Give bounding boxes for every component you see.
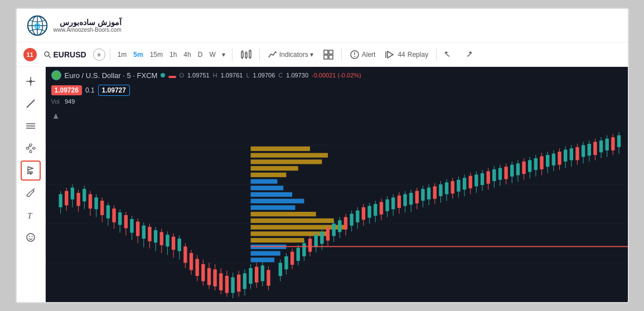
- svg-rect-63: [76, 193, 80, 206]
- svg-rect-181: [379, 202, 382, 214]
- svg-rect-261: [617, 135, 620, 147]
- low-label: L: [246, 72, 249, 79]
- svg-rect-141: [254, 267, 258, 283]
- replay-count: 44: [398, 51, 405, 59]
- tf-15m[interactable]: 15m: [147, 50, 166, 60]
- svg-rect-165: [332, 223, 335, 236]
- svg-rect-105: [201, 264, 205, 281]
- logo-url: www.Amoozesh-Boors.com: [54, 27, 122, 33]
- indicators-arrow-icon: ▾: [310, 51, 313, 59]
- svg-rect-237: [545, 155, 549, 167]
- svg-rect-159: [314, 235, 317, 247]
- divider-3: [259, 48, 260, 61]
- redo-icon: [463, 50, 473, 60]
- svg-rect-117: [237, 275, 240, 292]
- tools-panel: T: [17, 67, 46, 302]
- svg-rect-97: [177, 239, 181, 251]
- svg-rect-136: [250, 251, 280, 255]
- price-bid: 1.09726: [51, 85, 82, 95]
- svg-rect-203: [444, 182, 448, 194]
- undo-button[interactable]: [441, 48, 457, 61]
- svg-rect-11: [245, 53, 247, 57]
- svg-rect-61: [70, 188, 74, 200]
- symbol-search[interactable]: EURUSD: [40, 49, 90, 60]
- svg-rect-225: [510, 165, 514, 177]
- chart-line-icon: [268, 50, 278, 60]
- horizontal-lines-tool[interactable]: [21, 116, 41, 136]
- svg-rect-14: [249, 51, 251, 57]
- svg-rect-132: [250, 225, 345, 230]
- svg-rect-157: [308, 239, 311, 251]
- network-tool[interactable]: [21, 138, 41, 158]
- timeframe-group: 1m 5m 15m 1h 4h D W ▾: [115, 50, 227, 60]
- svg-rect-213: [474, 174, 478, 186]
- flag-pin-tool[interactable]: [21, 161, 41, 181]
- svg-rect-229: [522, 162, 525, 174]
- svg-rect-19: [324, 55, 328, 59]
- tf-d[interactable]: D: [195, 50, 206, 60]
- high-val: 1.09761: [221, 72, 243, 79]
- notification-badge[interactable]: 11: [23, 48, 37, 61]
- app-window: 🌐 آموزش ساده‌بورس www.Amoozesh-Boors.com…: [16, 8, 629, 303]
- tf-1m[interactable]: 1m: [115, 50, 130, 60]
- svg-rect-219: [492, 169, 496, 181]
- svg-rect-134: [250, 238, 304, 242]
- svg-rect-217: [486, 171, 490, 183]
- line-tool[interactable]: [21, 94, 41, 114]
- svg-text:🌐: 🌐: [34, 22, 41, 29]
- layout-button[interactable]: [320, 47, 337, 62]
- svg-rect-211: [468, 176, 472, 188]
- redo-button[interactable]: [460, 48, 476, 61]
- chart-area: Euro / U.S. Dollar · 5 · FXCM ▬ O 1.0975…: [46, 67, 628, 302]
- alert-button[interactable]: Alert: [346, 48, 379, 61]
- svg-rect-99: [183, 246, 187, 263]
- tf-1h[interactable]: 1h: [167, 50, 180, 60]
- emoji-tool[interactable]: [21, 227, 41, 247]
- svg-point-35: [33, 147, 35, 149]
- volume-row: Vol 949: [46, 97, 628, 106]
- svg-rect-167: [338, 220, 341, 232]
- svg-rect-8: [241, 52, 243, 57]
- svg-rect-75: [112, 208, 115, 222]
- svg-rect-128: [250, 199, 304, 203]
- price-ask: 1.09727: [98, 85, 130, 96]
- alert-label: Alert: [362, 51, 376, 59]
- brush-icon: [25, 187, 36, 198]
- indicators-button[interactable]: Indicators ▾: [264, 48, 317, 61]
- svg-rect-185: [391, 197, 395, 209]
- divider-5: [436, 48, 437, 61]
- high-label: H: [213, 72, 217, 79]
- svg-rect-79: [124, 215, 127, 228]
- vol-value: 949: [65, 98, 75, 105]
- tf-dropdown[interactable]: ▾: [220, 50, 227, 60]
- svg-rect-93: [166, 235, 169, 246]
- chart-type-button[interactable]: [237, 47, 255, 62]
- tf-w[interactable]: W: [206, 50, 218, 60]
- svg-rect-223: [504, 167, 507, 179]
- svg-rect-137: [250, 257, 274, 262]
- crosshair-tool[interactable]: [21, 71, 41, 91]
- text-tool[interactable]: T: [21, 205, 41, 225]
- svg-rect-121: [250, 153, 327, 157]
- svg-rect-207: [457, 180, 460, 192]
- svg-line-41: [28, 146, 30, 148]
- svg-rect-130: [250, 212, 316, 216]
- svg-rect-123: [250, 166, 298, 171]
- add-symbol-button[interactable]: +: [93, 48, 105, 61]
- svg-rect-195: [421, 189, 424, 201]
- red-bar-icon: ▬: [168, 71, 176, 80]
- symbol-name: EURUSD: [54, 50, 86, 59]
- brush-tool[interactable]: [21, 183, 41, 203]
- svg-rect-179: [374, 204, 377, 216]
- logo-globe-icon: 🌐: [26, 14, 49, 37]
- tf-5m[interactable]: 5m: [130, 50, 146, 60]
- line-icon: [25, 98, 36, 109]
- svg-rect-201: [439, 184, 442, 196]
- svg-rect-126: [250, 186, 283, 190]
- svg-rect-173: [356, 211, 359, 222]
- replay-button[interactable]: 44 Replay: [382, 48, 432, 61]
- chart-canvas[interactable]: ▲: [46, 106, 628, 302]
- open-val: 1.09751: [187, 72, 210, 79]
- tf-4h[interactable]: 4h: [181, 50, 193, 60]
- svg-rect-153: [296, 248, 299, 261]
